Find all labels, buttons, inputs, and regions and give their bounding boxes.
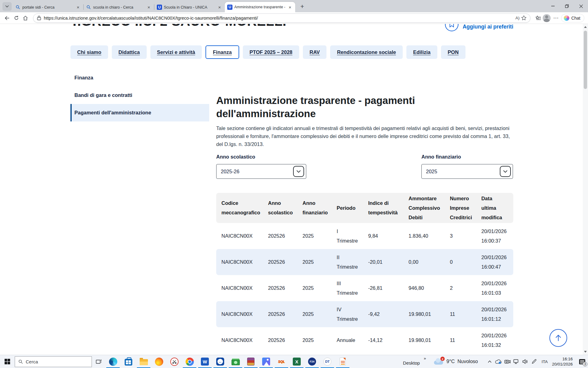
browser-tab-active[interactable]: U Amministrazione trasparente - pag ×: [225, 2, 295, 12]
notification-count-badge: 3: [583, 362, 587, 366]
sidebar-item-bandi[interactable]: Bandi di gara e contratti: [70, 86, 209, 104]
language-indicator[interactable]: ITA: [541, 359, 548, 364]
new-tab-button[interactable]: +: [298, 3, 306, 10]
cell: 2025: [297, 327, 332, 353]
tab-ptof[interactable]: PTOF 2025 – 2028: [243, 45, 299, 59]
taskbar-file-explorer-icon[interactable]: [136, 355, 151, 368]
browser-tab-3[interactable]: U Scuola in Chiaro - UNICA ×: [154, 2, 225, 12]
taskbar-money-icon[interactable]: [228, 355, 243, 368]
sidebar-item-pagamenti[interactable]: Pagamenti dell'amministrazione: [70, 104, 209, 121]
pen-icon[interactable]: [530, 355, 538, 368]
meet-now-camera-icon[interactable]: [503, 355, 512, 368]
taskbar-store-icon[interactable]: [121, 355, 136, 368]
tab-edilizia[interactable]: Edilizia: [406, 45, 437, 59]
profile-avatar[interactable]: [543, 14, 551, 22]
taskbar-firefox-icon[interactable]: [151, 355, 167, 368]
scrollbar-thumb[interactable]: [584, 31, 587, 89]
page-scrollbar[interactable]: [583, 24, 588, 355]
refresh-button[interactable]: [12, 13, 21, 23]
scrollbar-up-arrow[interactable]: [583, 25, 588, 29]
taskbar-f24-icon[interactable]: F24: [304, 355, 320, 368]
weather-temp: 9°C: [447, 359, 455, 364]
restore-button[interactable]: [560, 0, 574, 12]
taskbar-edge-icon[interactable]: [105, 355, 121, 368]
taskbar-desktop-telematico-icon[interactable]: DT: [320, 355, 335, 368]
add-to-favorites[interactable]: Aggiungi ai preferiti: [445, 24, 513, 31]
tab-servizi-e-attivita[interactable]: Servizi e attività: [150, 45, 202, 59]
taskbar-photos-icon[interactable]: [258, 355, 274, 368]
cell: 202526: [263, 249, 297, 275]
add-to-favorites-label[interactable]: Aggiungi ai preferiti: [463, 24, 513, 30]
tab-close-button[interactable]: ×: [146, 5, 152, 10]
sidebar-item-finanza[interactable]: Finanza: [70, 69, 209, 86]
tab-didattica[interactable]: Didattica: [112, 45, 147, 59]
taskbar-search-input[interactable]: Cerca: [15, 356, 92, 367]
taskbar-chrome-icon[interactable]: [182, 355, 197, 368]
volume-icon[interactable]: [521, 355, 530, 368]
page-description: Tale sezione contiene gli indicatori ann…: [216, 124, 513, 148]
scroll-to-top-button[interactable]: [549, 329, 567, 347]
tab-rendicontazione-sociale[interactable]: Rendicontazione sociale: [330, 45, 403, 59]
read-aloud-icon[interactable]: A): [515, 16, 520, 20]
cell: 19.980,01: [403, 327, 445, 353]
taskbar-teamviewer-icon[interactable]: ↔: [213, 355, 228, 368]
onedrive-cloud-icon[interactable]: i: [494, 355, 503, 368]
window-controls: [546, 0, 588, 12]
taskbar: Cerca W ↔ SQL X F24 DT Desktop »: [0, 355, 588, 368]
weather-widget[interactable]: 2 9°C Nuvoloso: [434, 358, 478, 365]
taskbar-apps: W ↔ SQL X F24 DT: [105, 355, 350, 368]
tab-close-button[interactable]: ×: [287, 5, 293, 10]
tab-finanza[interactable]: Finanza: [205, 45, 239, 59]
clock[interactable]: 16:16 20/01/2026: [552, 356, 573, 367]
start-button[interactable]: [0, 355, 15, 368]
tab-rav[interactable]: RAV: [303, 45, 327, 59]
school-year-select[interactable]: 2025-26: [216, 164, 306, 179]
taskbar-snipping-tool-icon[interactable]: [167, 355, 182, 368]
tray-chevron-up-icon[interactable]: [485, 355, 494, 368]
system-tray: Desktop » 2 9°C Nuvoloso i ITA 16:16 20/…: [403, 355, 588, 368]
tab-chi-siamo[interactable]: Chi siamo: [70, 45, 108, 59]
search-icon: [86, 5, 91, 10]
tab-search-button[interactable]: [2, 2, 12, 11]
taskbar-winrar-icon[interactable]: [243, 355, 258, 368]
taskbar-document-icon[interactable]: [335, 355, 350, 368]
tab-close-button[interactable]: ×: [75, 5, 81, 10]
school-year-label: Anno scolastico: [216, 154, 306, 160]
home-button[interactable]: [21, 13, 30, 23]
toolbar-overflow-icon[interactable]: »: [424, 356, 426, 361]
favorites-bar-icon[interactable]: [533, 13, 543, 23]
browser-tab-2[interactable]: scuola in chiaro - Cerca ×: [84, 2, 154, 12]
taskbar-sql-icon[interactable]: SQL: [274, 355, 289, 368]
settings-menu-icon[interactable]: ⋯: [553, 15, 559, 21]
browser-tab-1[interactable]: portale sidi - Cerca ×: [13, 2, 83, 12]
cell: -9,42: [363, 301, 403, 327]
favorite-star-icon[interactable]: [521, 15, 526, 21]
copilot-chat-button[interactable]: Chat: [561, 14, 584, 22]
minimize-button[interactable]: [546, 0, 560, 12]
tab-close-button[interactable]: ×: [217, 5, 222, 10]
fiscal-year-select[interactable]: 2025: [421, 164, 513, 179]
scrollbar-down-arrow[interactable]: [583, 349, 588, 354]
task-view-button[interactable]: [92, 355, 105, 368]
notification-center-button[interactable]: 3: [576, 355, 588, 368]
col-header: Indice di tempestività: [363, 193, 403, 223]
back-button[interactable]: [2, 13, 12, 23]
task-view-icon: [96, 359, 102, 364]
url-text[interactable]: https://unica.istruzione.gov.it/cercalat…: [44, 16, 514, 21]
cell: 20/01/2026 16:00:47: [476, 249, 513, 275]
cell: 3: [445, 223, 476, 249]
cell: 202526: [263, 275, 297, 301]
close-window-button[interactable]: [574, 0, 588, 12]
network-icon[interactable]: [512, 355, 521, 368]
taskbar-word-icon[interactable]: W: [197, 355, 213, 368]
chevron-down-icon[interactable]: [293, 166, 304, 177]
bookmark-icon[interactable]: [445, 24, 458, 31]
tab-pon[interactable]: PON: [441, 45, 466, 59]
cell: NAIC8CN00X: [216, 223, 263, 249]
taskbar-excel-icon[interactable]: X: [289, 355, 304, 368]
cloud-icon: 2: [434, 358, 444, 365]
address-bar[interactable]: https://unica.istruzione.gov.it/cercalat…: [33, 13, 530, 23]
cell: NAIC8CN00X: [216, 275, 263, 301]
chevron-down-icon[interactable]: [500, 166, 511, 177]
desktop-toolbar[interactable]: Desktop »: [403, 358, 420, 366]
